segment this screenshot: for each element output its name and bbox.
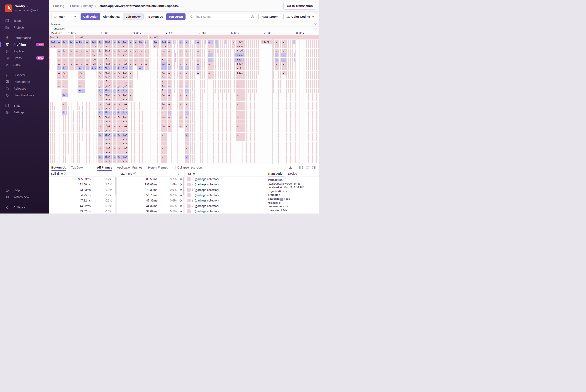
flame-frame[interactable]: … — [58, 40, 61, 44]
flame-frame[interactable]: … — [185, 146, 189, 150]
flame-frame[interactable]: … — [185, 155, 189, 159]
flame-frame[interactable]: … — [168, 124, 171, 128]
flame-frame[interactable]: _… — [117, 128, 122, 132]
frame-settings-gear-icon[interactable] — [179, 183, 182, 186]
flame-frame[interactable]: _… — [117, 102, 122, 106]
flame-frame-strip[interactable] — [86, 102, 87, 163]
flame-frame[interactable]: … — [185, 120, 189, 124]
flame-frame[interactable]: … — [168, 53, 171, 57]
flame-frame[interactable]: … — [129, 49, 132, 53]
breadcrumb-profile-summary[interactable]: Profile Summary — [70, 4, 93, 8]
flame-frame[interactable]: r…s — [78, 44, 85, 48]
flame-frame[interactable]: … — [168, 80, 171, 84]
flame-frame[interactable]: … — [185, 40, 189, 44]
self-time-cell[interactable]: 73.33ms0.9% — [49, 187, 117, 192]
flame-frame-strip[interactable] — [92, 120, 92, 141]
flame-frame[interactable]: _e…e — [104, 84, 112, 88]
flame-frame-strip[interactable] — [310, 40, 311, 92]
flame-frame-strip[interactable] — [225, 40, 226, 44]
flame-frame[interactable]: r… — [122, 44, 128, 48]
flame-frame[interactable]: … — [236, 93, 245, 97]
flame-frame[interactable]: _…e — [122, 128, 128, 132]
flame-frame-strip[interactable] — [195, 40, 196, 44]
flame-frame[interactable]: j… — [139, 49, 143, 53]
flame-frame[interactable]: … — [129, 71, 132, 75]
frame-row[interactable]: ›(garbage collector) — [185, 192, 263, 198]
flame-frame[interactable]: … — [129, 44, 132, 48]
flame-frame[interactable]: _… — [98, 128, 103, 132]
flame-frame[interactable]: … — [168, 120, 171, 124]
flame-frame[interactable]: … — [113, 84, 117, 88]
self-time-header[interactable]: Self Time? — [49, 171, 117, 176]
flame-frame[interactable]: r…k — [122, 71, 128, 75]
flame-frame[interactable]: re…e — [104, 75, 112, 79]
sidebar-item-whats-new[interactable]: What's new — [0, 194, 49, 200]
flame-frame-strip[interactable] — [75, 40, 75, 163]
flame-frame[interactable]: _… — [139, 62, 143, 66]
flame-frame[interactable]: _… — [117, 124, 122, 128]
call-order-button[interactable]: Call Order — [81, 13, 100, 20]
flame-frame[interactable]: r… — [98, 93, 103, 97]
flame-frame-strip[interactable] — [200, 40, 201, 163]
flame-frame[interactable]: … — [168, 58, 171, 62]
flame-frame-strip[interactable] — [57, 40, 58, 101]
flame-frame[interactable]: … — [113, 66, 117, 70]
flame-frame[interactable]: p… — [117, 40, 122, 44]
flame-frame[interactable]: … — [179, 49, 184, 53]
flame-frame[interactable]: _… — [117, 80, 122, 84]
flame-frame[interactable]: … — [179, 75, 184, 79]
alphabetical-button[interactable]: Alphabetical — [100, 13, 123, 20]
flame-frame[interactable]: … — [236, 133, 245, 137]
flame-frame[interactable]: … — [197, 40, 200, 44]
flame-frame[interactable]: 0b…> — [104, 88, 112, 92]
flame-frame-strip[interactable] — [218, 40, 219, 163]
flame-frame[interactable]: r… — [117, 71, 122, 75]
flame-frame-strip[interactable] — [177, 40, 178, 163]
flame-frame[interactable]: … — [113, 80, 117, 84]
flame-frame[interactable]: r… — [69, 44, 74, 48]
flame-frame-strip[interactable] — [113, 40, 113, 163]
flame-frame[interactable]: … — [113, 102, 117, 106]
flame-frame[interactable]: r… — [117, 115, 122, 119]
flame-frame[interactable]: … — [179, 97, 184, 101]
flame-frame[interactable]: r… — [117, 97, 122, 101]
flame-frame-strip[interactable] — [304, 40, 304, 163]
flame-frame[interactable]: 0… — [78, 88, 85, 92]
flame-frame[interactable]: p…s — [153, 40, 159, 44]
flame-frame-strip[interactable] — [89, 40, 90, 70]
flame-frame[interactable]: _… — [98, 62, 103, 66]
flame-frame-strip[interactable] — [228, 40, 229, 92]
flame-frame[interactable]: … — [197, 71, 200, 75]
flame-frame[interactable]: 0… — [62, 93, 68, 97]
sidebar-item-releases[interactable]: Releases — [0, 85, 49, 92]
flame-frame-strip[interactable] — [258, 40, 259, 75]
flame-frame[interactable]: … — [185, 75, 189, 79]
flame-frame[interactable]: … — [78, 84, 85, 88]
flame-frame[interactable]: … — [58, 62, 61, 66]
flame-frame[interactable]: … — [62, 102, 67, 106]
flame-frame[interactable]: r… — [117, 93, 122, 97]
flame-frame-strip[interactable] — [82, 40, 83, 70]
flamegraph[interactable]: (root)(root)(root)p…sr…s……………………………p…r…j… — [49, 36, 319, 164]
flame-frame[interactable]: … — [179, 44, 184, 48]
flame-frame[interactable]: … — [129, 93, 132, 97]
flame-frame[interactable]: … — [208, 66, 213, 70]
flame-frame[interactable]: … — [168, 88, 171, 92]
flame-frame[interactable]: … — [275, 44, 278, 48]
flame-frame[interactable]: … — [275, 66, 278, 70]
flame-frame-strip[interactable] — [175, 53, 176, 62]
flame-frame[interactable]: j… — [62, 49, 68, 53]
flame-frame-strip[interactable] — [256, 40, 257, 92]
layout-right-icon[interactable] — [312, 166, 316, 169]
flame-frame[interactable]: r…s — [91, 44, 97, 48]
flame-frame[interactable]: 0…> — [122, 66, 128, 70]
flame-frame[interactable]: … — [113, 137, 117, 141]
flame-frame[interactable]: _… — [117, 150, 122, 154]
flame-frame-strip[interactable] — [137, 40, 138, 80]
flame-frame-strip[interactable] — [131, 102, 132, 163]
flame-frame-strip[interactable] — [159, 49, 159, 163]
flame-frame[interactable]: … — [185, 106, 189, 110]
flame-frame-strip[interactable] — [314, 40, 315, 92]
flame-frame[interactable]: … — [185, 159, 189, 163]
flame-frame[interactable]: r…e — [122, 120, 128, 124]
